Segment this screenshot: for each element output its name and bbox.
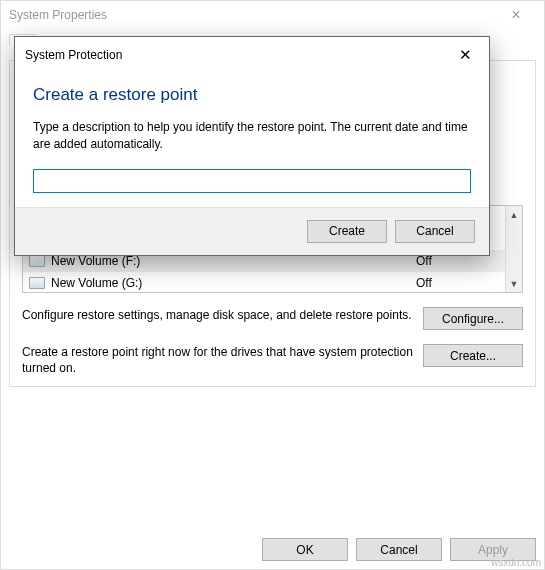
configure-text: Configure restore settings, manage disk … — [22, 307, 413, 323]
create-button[interactable]: Create... — [423, 344, 523, 367]
configure-section: Configure restore settings, manage disk … — [22, 307, 523, 330]
system-properties-titlebar: System Properties × — [1, 1, 544, 29]
close-icon[interactable]: × — [496, 7, 536, 23]
dialog-footer: Create Cancel — [15, 207, 489, 255]
drive-icon — [29, 255, 45, 267]
system-properties-title: System Properties — [9, 8, 107, 22]
watermark: wsxdn.com — [491, 557, 541, 568]
dialog-body: Create a restore point Type a descriptio… — [15, 73, 489, 207]
close-icon[interactable]: ✕ — [451, 45, 479, 65]
dialog-titlebar: System Protection ✕ — [15, 37, 489, 73]
restore-point-description-input[interactable] — [33, 169, 471, 193]
dialog-create-button[interactable]: Create — [307, 220, 387, 243]
drive-name: New Volume (G:) — [51, 276, 416, 290]
drive-row[interactable]: New Volume (G:) Off — [23, 272, 522, 292]
dialog-cancel-button[interactable]: Cancel — [395, 220, 475, 243]
dialog-text: Type a description to help you identify … — [33, 119, 471, 153]
create-text: Create a restore point right now for the… — [22, 344, 413, 376]
dialog-heading: Create a restore point — [33, 85, 471, 105]
configure-button[interactable]: Configure... — [423, 307, 523, 330]
drive-status: Off — [416, 276, 516, 290]
scroll-up-icon[interactable]: ▲ — [507, 206, 522, 223]
drive-name: New Volume (F:) — [51, 254, 416, 268]
scrollbar[interactable]: ▲ ▼ — [505, 206, 522, 292]
bottom-button-bar: OK Cancel Apply — [9, 528, 536, 561]
drive-icon — [29, 277, 45, 289]
create-section: Create a restore point right now for the… — [22, 344, 523, 376]
system-protection-dialog: System Protection ✕ Create a restore poi… — [14, 36, 490, 256]
dialog-title: System Protection — [25, 48, 122, 62]
scroll-down-icon[interactable]: ▼ — [507, 275, 522, 292]
ok-button[interactable]: OK — [262, 538, 348, 561]
drive-status: Off — [416, 254, 516, 268]
cancel-button[interactable]: Cancel — [356, 538, 442, 561]
